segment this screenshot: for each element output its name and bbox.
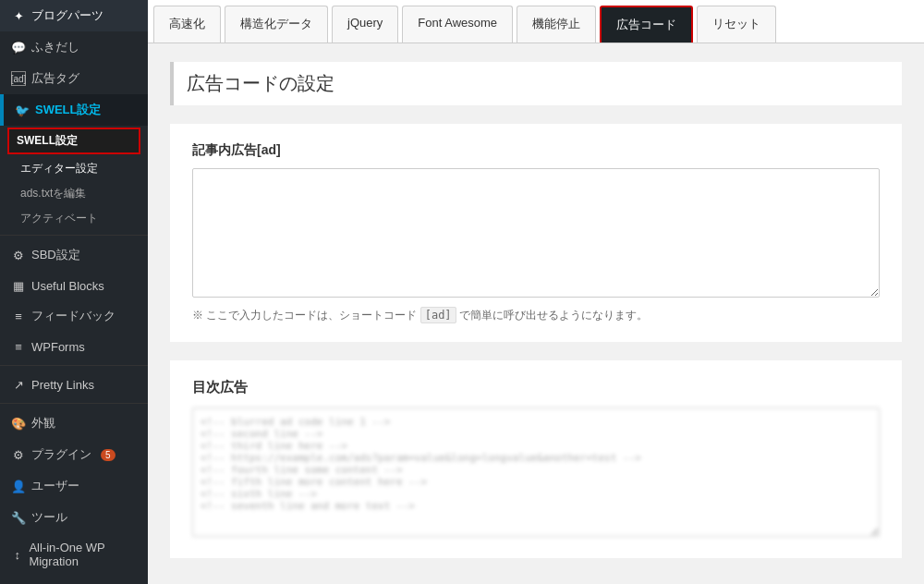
fukidashi-icon: 💬 <box>11 40 26 55</box>
pretty-links-icon: ↗ <box>11 377 26 392</box>
sidebar-item-allinone[interactable]: ↕ All-in-One WP Migration <box>0 533 148 576</box>
sidebar-item-tools[interactable]: 🔧 ツール <box>0 502 148 533</box>
section-article-ad: 記事内広告[ad] ※ ここで入力したコードは、ショートコード [ad] で簡単… <box>170 124 902 342</box>
sidebar-item-pretty-links[interactable]: ↗ Pretty Links <box>0 370 148 399</box>
sbd-icon: ⚙ <box>11 248 26 262</box>
page-body: 広告コードの設定 記事内広告[ad] ※ ここで入力したコードは、ショートコード… <box>148 43 924 584</box>
feedback-icon: ≡ <box>11 309 26 323</box>
swell-settings-box[interactable]: SWELL設定 <box>7 128 140 154</box>
sidebar-item-swell-settings[interactable]: 🐦 SWELL設定 <box>0 94 148 126</box>
toc-ad-textarea[interactable]: <!-- blurred ad code line 1 --> <!-- sec… <box>192 408 880 537</box>
tab-koukasoku[interactable]: 高速化 <box>153 6 221 43</box>
tools-icon: 🔧 <box>11 510 26 525</box>
tab-reset[interactable]: リセット <box>697 6 776 43</box>
toc-ad-label: 目次広告 <box>192 379 880 396</box>
article-ad-note: ※ ここで入力したコードは、ショートコード [ad] で簡単に呼び出せるようにな… <box>192 308 880 323</box>
article-ad-label: 記事内広告[ad] <box>192 142 880 159</box>
useful-blocks-icon: ▦ <box>11 278 26 293</box>
tab-ad-code[interactable]: 広告コード <box>600 6 693 43</box>
sidebar-item-editor-settings[interactable]: エディター設定 <box>0 156 148 181</box>
sidebar-item-blog-parts[interactable]: ✦ ブログパーツ <box>0 0 148 31</box>
sidebar-item-feedback[interactable]: ≡ フィードバック <box>0 300 148 332</box>
shortcode-badge: [ad] <box>420 307 456 323</box>
sidebar-item-plugins[interactable]: ⚙ プラグイン 5 <box>0 439 148 470</box>
sidebar-item-appearance[interactable]: 🎨 外観 <box>0 408 148 439</box>
article-ad-textarea[interactable] <box>192 168 880 298</box>
wpforms-icon: ≡ <box>11 339 26 354</box>
section-toc-ad: 目次広告 <!-- blurred ad code line 1 --> <!-… <box>170 360 902 558</box>
sidebar-item-ad-tag[interactable]: [ad] 広告タグ <box>0 63 148 94</box>
tab-jquery[interactable]: jQuery <box>332 6 398 43</box>
sidebar-item-fukidashi[interactable]: 💬 ふきだし <box>0 31 148 63</box>
sidebar-item-ads-txt[interactable]: ads.txtを編集 <box>0 181 148 206</box>
sidebar-item-sbd[interactable]: ⚙ SBD設定 <box>0 239 148 271</box>
users-icon: 👤 <box>11 479 26 493</box>
allinone-icon: ↕ <box>11 547 23 562</box>
sidebar-item-activate[interactable]: アクティベート <box>0 206 148 231</box>
sidebar: ✦ ブログパーツ 💬 ふきだし [ad] 広告タグ 🐦 SWELL設定 SWEL… <box>0 0 148 584</box>
swell-icon: 🐦 <box>15 103 30 117</box>
tab-font-awesome[interactable]: Font Awesome <box>402 6 513 43</box>
tab-structured-data[interactable]: 構造化データ <box>225 6 328 43</box>
blog-parts-icon: ✦ <box>11 8 26 23</box>
main-content: 高速化 構造化データ jQuery Font Awesome 機能停止 広告コー… <box>148 0 924 584</box>
plugins-badge: 5 <box>101 449 116 461</box>
plugins-icon: ⚙ <box>11 447 26 462</box>
divider-1 <box>0 235 148 236</box>
sidebar-item-useful-blocks[interactable]: ▦ Useful Blocks <box>0 271 148 300</box>
tab-kinou-teishi[interactable]: 機能停止 <box>517 6 596 43</box>
sidebar-item-wpforms[interactable]: ≡ WPForms <box>0 332 148 361</box>
ad-tag-icon: [ad] <box>11 71 26 86</box>
divider-3 <box>0 403 148 404</box>
divider-2 <box>0 365 148 366</box>
tab-bar: 高速化 構造化データ jQuery Font Awesome 機能停止 広告コー… <box>148 0 924 43</box>
appearance-icon: 🎨 <box>11 416 26 431</box>
page-title: 広告コードの設定 <box>170 62 902 105</box>
sidebar-item-users[interactable]: 👤 ユーザー <box>0 470 148 502</box>
